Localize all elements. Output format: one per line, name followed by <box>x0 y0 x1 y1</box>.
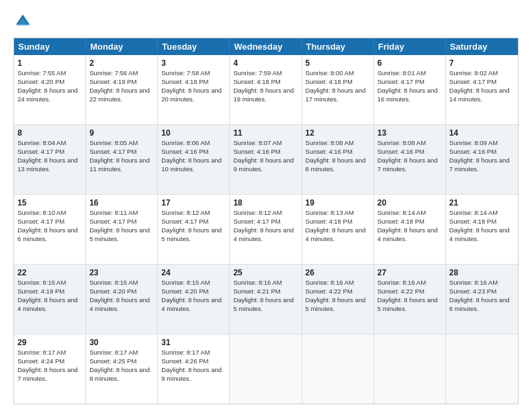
day-number: 27 <box>378 267 442 278</box>
daylight: Daylight: 8 hours and 9 minutes. <box>233 156 294 173</box>
day-cell-22: 22 Sunrise: 8:15 AM Sunset: 4:19 PM Dayl… <box>14 265 86 334</box>
daylight: Daylight: 8 hours and 20 minutes. <box>161 87 222 103</box>
day-cell-17: 17 Sunrise: 8:12 AM Sunset: 4:17 PM Dayl… <box>158 195 230 264</box>
daylight: Daylight: 8 hours and 22 minutes. <box>89 87 150 103</box>
sunrise: Sunrise: 8:02 AM <box>449 69 498 77</box>
empty-cell <box>230 334 302 404</box>
daylight: Daylight: 8 hours and 4 minutes. <box>306 226 366 242</box>
day-cell-13: 13 Sunrise: 8:08 AM Sunset: 4:16 PM Dayl… <box>374 125 446 194</box>
sunset: Sunset: 4:22 PM <box>378 287 425 295</box>
empty-cell <box>302 334 374 404</box>
day-cell-24: 24 Sunrise: 8:15 AM Sunset: 4:20 PM Dayl… <box>158 265 230 334</box>
sunset: Sunset: 4:19 PM <box>17 287 64 295</box>
day-number: 9 <box>89 128 154 138</box>
sunrise: Sunrise: 8:04 AM <box>17 139 66 146</box>
header-day-sunday: Sunday <box>14 38 86 55</box>
sunset: Sunset: 4:17 PM <box>233 218 280 225</box>
sunset: Sunset: 4:26 PM <box>161 357 208 365</box>
sunrise: Sunrise: 7:58 AM <box>161 69 210 77</box>
day-number: 22 <box>17 267 82 278</box>
day-number: 21 <box>449 197 515 208</box>
sunset: Sunset: 4:17 PM <box>449 78 496 85</box>
sunset: Sunset: 4:18 PM <box>449 218 496 225</box>
daylight: Daylight: 8 hours and 6 minutes. <box>449 296 510 312</box>
sunset: Sunset: 4:17 PM <box>17 148 64 155</box>
sunrise: Sunrise: 8:08 AM <box>378 139 426 146</box>
daylight: Daylight: 8 hours and 5 minutes. <box>378 296 438 312</box>
sunrise: Sunrise: 8:12 AM <box>161 209 210 216</box>
daylight: Daylight: 8 hours and 5 minutes. <box>161 226 222 242</box>
sunset: Sunset: 4:17 PM <box>161 218 208 225</box>
daylight: Daylight: 8 hours and 11 minutes. <box>89 156 150 173</box>
sunrise: Sunrise: 8:16 AM <box>233 279 281 286</box>
sunset: Sunset: 4:19 PM <box>89 78 136 85</box>
sunset: Sunset: 4:18 PM <box>378 218 425 225</box>
sunrise: Sunrise: 7:56 AM <box>89 69 138 77</box>
sunrise: Sunrise: 8:13 AM <box>306 209 354 216</box>
sunrise: Sunrise: 8:14 AM <box>449 209 498 216</box>
daylight: Daylight: 8 hours and 13 minutes. <box>17 156 78 173</box>
daylight: Daylight: 8 hours and 4 minutes. <box>17 296 78 312</box>
daylight: Daylight: 8 hours and 6 minutes. <box>17 226 78 242</box>
sunrise: Sunrise: 7:55 AM <box>17 69 66 77</box>
day-number: 6 <box>378 58 442 68</box>
empty-cell <box>374 334 446 404</box>
logo <box>13 12 35 31</box>
day-number: 25 <box>233 267 298 278</box>
day-number: 12 <box>306 128 370 138</box>
sunrise: Sunrise: 8:06 AM <box>161 139 210 146</box>
sunrise: Sunrise: 8:01 AM <box>378 69 426 77</box>
day-cell-3: 3 Sunrise: 7:58 AM Sunset: 4:18 PM Dayli… <box>158 55 230 124</box>
daylight: Daylight: 8 hours and 9 minutes. <box>161 366 222 382</box>
daylight: Daylight: 8 hours and 7 minutes. <box>17 366 78 382</box>
sunset: Sunset: 4:16 PM <box>378 148 425 155</box>
sunrise: Sunrise: 8:15 AM <box>161 279 210 286</box>
calendar-row-0: 1 Sunrise: 7:55 AM Sunset: 4:20 PM Dayli… <box>14 55 518 124</box>
sunrise: Sunrise: 8:17 AM <box>89 349 138 356</box>
daylight: Daylight: 8 hours and 17 minutes. <box>306 87 366 103</box>
sunset: Sunset: 4:16 PM <box>449 148 496 155</box>
calendar-row-2: 15 Sunrise: 8:10 AM Sunset: 4:17 PM Dayl… <box>14 194 518 264</box>
day-number: 16 <box>89 197 154 208</box>
sunrise: Sunrise: 8:05 AM <box>89 139 138 146</box>
day-cell-18: 18 Sunrise: 8:12 AM Sunset: 4:17 PM Dayl… <box>230 195 302 264</box>
day-number: 1 <box>17 58 82 68</box>
day-number: 3 <box>161 58 226 68</box>
day-cell-10: 10 Sunrise: 8:06 AM Sunset: 4:16 PM Dayl… <box>158 125 230 194</box>
sunset: Sunset: 4:24 PM <box>17 357 64 365</box>
daylight: Daylight: 8 hours and 16 minutes. <box>378 87 438 103</box>
day-number: 5 <box>306 58 370 68</box>
daylight: Daylight: 8 hours and 10 minutes. <box>161 156 222 173</box>
daylight: Daylight: 8 hours and 8 minutes. <box>306 156 366 173</box>
day-cell-2: 2 Sunrise: 7:56 AM Sunset: 4:19 PM Dayli… <box>86 55 158 124</box>
day-number: 17 <box>161 197 226 208</box>
sunrise: Sunrise: 8:17 AM <box>17 349 66 356</box>
sunrise: Sunrise: 8:16 AM <box>306 279 354 286</box>
calendar-header: SundayMondayTuesdayWednesdayThursdayFrid… <box>14 38 518 55</box>
sunrise: Sunrise: 8:12 AM <box>233 209 281 216</box>
day-number: 23 <box>89 267 154 278</box>
header-day-monday: Monday <box>86 38 158 55</box>
day-cell-1: 1 Sunrise: 7:55 AM Sunset: 4:20 PM Dayli… <box>14 55 86 124</box>
header-day-friday: Friday <box>374 38 446 55</box>
sunrise: Sunrise: 8:14 AM <box>378 209 426 216</box>
sunset: Sunset: 4:17 PM <box>89 218 136 225</box>
daylight: Daylight: 8 hours and 5 minutes. <box>306 296 366 312</box>
day-cell-14: 14 Sunrise: 8:09 AM Sunset: 4:16 PM Dayl… <box>446 125 518 194</box>
daylight: Daylight: 8 hours and 14 minutes. <box>449 87 510 103</box>
sunset: Sunset: 4:20 PM <box>89 287 136 295</box>
day-number: 20 <box>378 197 442 208</box>
daylight: Daylight: 8 hours and 5 minutes. <box>233 296 294 312</box>
day-number: 31 <box>161 337 226 348</box>
day-number: 10 <box>161 128 226 138</box>
day-number: 7 <box>449 58 515 68</box>
day-cell-20: 20 Sunrise: 8:14 AM Sunset: 4:18 PM Dayl… <box>374 195 446 264</box>
sunrise: Sunrise: 8:15 AM <box>89 279 138 286</box>
sunrise: Sunrise: 8:00 AM <box>306 69 354 77</box>
header-day-thursday: Thursday <box>302 38 374 55</box>
calendar-row-4: 29 Sunrise: 8:17 AM Sunset: 4:24 PM Dayl… <box>14 334 518 404</box>
day-number: 4 <box>233 58 298 68</box>
sunset: Sunset: 4:16 PM <box>233 148 280 155</box>
daylight: Daylight: 8 hours and 7 minutes. <box>449 156 510 173</box>
sunrise: Sunrise: 7:59 AM <box>233 69 281 77</box>
